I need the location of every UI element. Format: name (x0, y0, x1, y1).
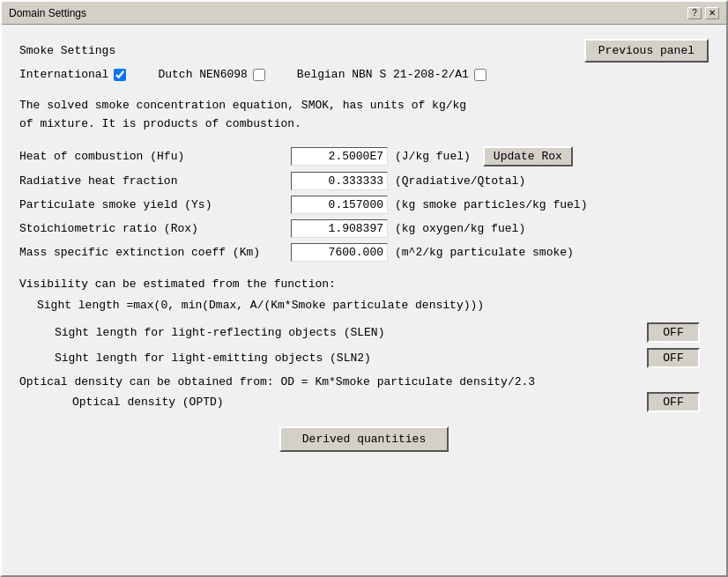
international-label: International (19, 68, 108, 81)
field-unit-1: (Qradiative/Qtotal) (395, 174, 525, 188)
field-row-3: Stoichiometric ratio (Rox)(kg oxygen/kg … (19, 219, 709, 238)
field-input-1[interactable] (291, 172, 388, 190)
sln2-toggle[interactable]: OFF (647, 348, 700, 368)
slen-label: Sight length for light-reflecting object… (55, 326, 384, 339)
field-input-4[interactable] (291, 243, 388, 262)
field-row-4: Mass specific extinction coeff (Km)(m^2/… (19, 243, 709, 262)
window-title: Domain Settings (9, 7, 86, 19)
optd-label: Optical density (OPTD) (72, 396, 224, 409)
derived-quantities-button[interactable]: Derived quantities (279, 426, 449, 452)
belgian-checkbox[interactable] (474, 69, 487, 81)
help-button[interactable]: ? (687, 7, 702, 19)
title-bar-controls: ? ✕ (687, 7, 719, 19)
field-unit-0: (J/kg fuel) (395, 150, 471, 163)
optical-line1: Optical density can be obtained from: OD… (19, 375, 709, 388)
field-input-0[interactable] (291, 147, 388, 166)
visibility-line1: Visibility can be estimated from the fun… (19, 276, 709, 294)
field-unit-2: (kg smoke particles/kg fuel) (395, 198, 587, 211)
field-label-2: Particulate smoke yield (Ys) (19, 198, 284, 211)
field-label-0: Heat of combustion (Hfu) (19, 150, 284, 163)
description-line1: The solved smoke concentration equation,… (19, 97, 709, 115)
visibility-line2: Sight length =max(0, min(Dmax, A/(Km*Smo… (19, 297, 709, 315)
slen-toggle[interactable]: OFF (647, 322, 700, 343)
field-unit-3: (kg oxygen/kg fuel) (395, 222, 525, 235)
dutch-label: Dutch NEN6098 (158, 68, 247, 81)
field-label-3: Stoichiometric ratio (Rox) (19, 222, 284, 235)
fields-container: Heat of combustion (Hfu)(J/kg fuel)Updat… (19, 146, 709, 262)
belgian-checkbox-group: Belgian NBN S 21-208-2/A1 (297, 68, 487, 81)
content-area: Smoke Settings Previous panel Internatio… (2, 25, 726, 466)
update-rox-button[interactable]: Update Rox (483, 146, 573, 166)
belgian-label: Belgian NBN S 21-208-2/A1 (297, 68, 469, 81)
optd-row: Optical density (OPTD) OFF (19, 392, 709, 412)
description-line2: of mixture. It is products of combustion… (19, 115, 709, 134)
optd-toggle[interactable]: OFF (647, 392, 700, 412)
title-bar: Domain Settings ? ✕ (2, 2, 726, 25)
field-unit-4: (m^2/kg particulate smoke) (395, 246, 574, 259)
slen-row: Sight length for light-reflecting object… (19, 322, 709, 343)
close-button[interactable]: ✕ (705, 7, 719, 19)
field-row-0: Heat of combustion (Hfu)(J/kg fuel)Updat… (19, 146, 709, 166)
visibility-section: Visibility can be estimated from the fun… (19, 276, 709, 369)
optical-section: Optical density can be obtained from: OD… (19, 375, 709, 412)
top-area: Smoke Settings Previous panel (19, 39, 709, 63)
international-checkbox[interactable] (114, 69, 126, 81)
standard-checkboxes-row: International Dutch NEN6098 Belgian NBN … (19, 68, 709, 81)
sln2-label: Sight length for light-emitting objects … (55, 351, 371, 365)
field-row-2: Particulate smoke yield (Ys)(kg smoke pa… (19, 196, 709, 214)
field-input-3[interactable] (291, 219, 388, 238)
international-checkbox-group: International (19, 68, 126, 81)
dutch-checkbox-group: Dutch NEN6098 (158, 68, 264, 81)
sln2-row: Sight length for light-emitting objects … (19, 348, 709, 368)
field-label-1: Radiative heat fraction (19, 174, 284, 188)
field-input-2[interactable] (291, 196, 388, 214)
main-window: Domain Settings ? ✕ Smoke Settings Previ… (0, 0, 728, 577)
dutch-checkbox[interactable] (253, 69, 265, 81)
smoke-settings-label: Smoke Settings (19, 44, 115, 57)
derived-row: Derived quantities (19, 426, 709, 452)
field-label-4: Mass specific extinction coeff (Km) (19, 246, 284, 259)
description-block: The solved smoke concentration equation,… (19, 97, 709, 134)
field-row-1: Radiative heat fraction(Qradiative/Qtota… (19, 172, 709, 190)
previous-panel-button[interactable]: Previous panel (584, 39, 709, 63)
